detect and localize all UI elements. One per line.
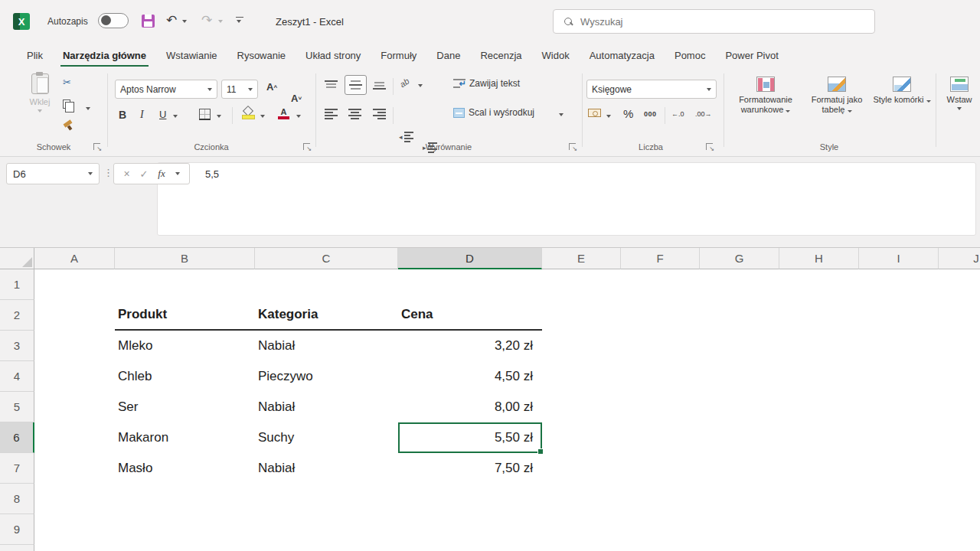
row-header-2[interactable]: 2 [0, 300, 34, 331]
save-icon[interactable] [142, 15, 155, 28]
merge-center-dropdown-icon[interactable] [559, 113, 564, 116]
column-header-G[interactable]: G [700, 248, 779, 269]
format-painter-button[interactable] [63, 121, 73, 131]
cut-button[interactable]: ✂ [63, 77, 71, 88]
paste-button[interactable]: Wklej [20, 73, 60, 112]
select-all-corner[interactable] [0, 248, 34, 269]
tab-automatyzacja[interactable]: Automatyzacja [580, 44, 665, 68]
column-header-A[interactable]: A [34, 248, 115, 269]
increase-indent-button[interactable]: ▸ [423, 142, 980, 153]
cell-D5[interactable]: 8,00 zł [398, 392, 542, 422]
tab-formuły[interactable]: Formuły [371, 44, 426, 68]
accounting-format-button[interactable] [588, 109, 601, 117]
column-header-F[interactable]: F [621, 248, 700, 269]
align-top-button[interactable] [325, 80, 338, 90]
formula-input[interactable]: 5,5 [157, 162, 976, 236]
tab-pomoc[interactable]: Pomoc [665, 44, 715, 68]
column-header-E[interactable]: E [542, 248, 621, 269]
row-header-3[interactable]: 3 [0, 331, 34, 361]
row-header-8[interactable]: 8 [0, 484, 34, 514]
row-header-10[interactable]: 10 [0, 545, 34, 551]
cell-D7[interactable]: 7,50 zł [398, 453, 542, 484]
align-right-button[interactable] [373, 109, 386, 119]
borders-dropdown-icon[interactable] [217, 115, 221, 118]
bold-button[interactable]: B [119, 109, 126, 121]
decrease-decimal-button[interactable]: .00→ [695, 110, 712, 118]
fill-color-button[interactable] [242, 107, 254, 119]
column-header-J[interactable]: J [939, 248, 980, 269]
cell-C2[interactable]: Kategoria [255, 300, 398, 331]
underline-button[interactable]: U [159, 109, 166, 120]
cell-C7[interactable]: Nabiał [255, 453, 398, 484]
insert-cells-button[interactable]: Wstaw [942, 77, 977, 110]
autosave-toggle[interactable] [98, 13, 129, 28]
orientation-button[interactable]: ab [400, 78, 409, 87]
copy-dropdown-icon[interactable] [86, 107, 90, 110]
number-format-select[interactable]: Księgowe [586, 80, 717, 99]
tab-rysowanie[interactable]: Rysowanie [227, 44, 296, 68]
font-color-button[interactable]: A [278, 107, 289, 119]
cell-D4[interactable]: 4,50 zł [398, 361, 542, 392]
clipboard-dialog-launcher[interactable] [93, 143, 100, 150]
decrease-indent-button[interactable]: ◂ [399, 132, 980, 142]
column-header-H[interactable]: H [779, 248, 859, 269]
font-color-dropdown-icon[interactable] [296, 115, 301, 118]
cell-B6[interactable]: Makaron [115, 422, 255, 453]
font-size-select[interactable]: 11 [221, 80, 258, 99]
row-header-7[interactable]: 7 [0, 453, 34, 484]
font-name-select[interactable]: Aptos Narrow [115, 80, 217, 99]
cell-B7[interactable]: Masło [115, 453, 255, 484]
accounting-dropdown-icon[interactable] [606, 115, 611, 118]
cell-C4[interactable]: Pieczywo [255, 361, 398, 392]
tab-dane[interactable]: Dane [426, 44, 470, 68]
tab-narzędzia-główne[interactable]: Narzędzia główne [53, 44, 156, 68]
cell-B5[interactable]: Ser [115, 392, 255, 422]
column-header-C[interactable]: C [255, 248, 398, 269]
row-header-5[interactable]: 5 [0, 392, 34, 422]
name-box-dropdown-icon[interactable] [88, 172, 93, 175]
cell-B2[interactable]: Produkt [115, 300, 255, 331]
cell-B3[interactable]: Mleko [115, 331, 255, 361]
tab-plik[interactable]: Plik [17, 44, 53, 68]
cell-C3[interactable]: Nabiał [255, 331, 398, 361]
borders-button[interactable] [199, 109, 211, 120]
format-as-table-button[interactable]: Formatuj jako tabelę [804, 77, 870, 115]
excel-logo-icon[interactable]: X [13, 13, 30, 30]
insert-function-icon[interactable]: fx [158, 168, 165, 180]
cell-D6[interactable]: 5,50 zł [398, 422, 542, 453]
increase-decimal-button[interactable]: ←.0 [671, 110, 684, 118]
cell-D2[interactable]: Cena [398, 300, 542, 331]
row-header-6[interactable]: 6 [0, 422, 34, 453]
cancel-entry-icon[interactable]: × [123, 168, 129, 180]
cell-B4[interactable]: Chleb [115, 361, 255, 392]
align-left-button[interactable] [325, 109, 338, 119]
tab-recenzja[interactable]: Recenzja [470, 44, 531, 68]
tab-widok[interactable]: Widok [532, 44, 580, 68]
align-center-button[interactable] [348, 109, 361, 119]
percent-style-button[interactable]: % [623, 107, 633, 120]
cell-C6[interactable]: Suchy [255, 422, 398, 453]
comma-style-button[interactable]: 000 [644, 110, 657, 118]
alignment-dialog-launcher[interactable] [569, 143, 576, 150]
name-box[interactable]: D6 [6, 163, 100, 184]
cell-styles-button[interactable]: Style komórki [873, 77, 931, 105]
cell-C5[interactable]: Nabiał [255, 392, 398, 422]
italic-button[interactable]: I [140, 109, 144, 121]
tab-power-pivot[interactable]: Power Pivot [715, 44, 788, 68]
wrap-text-button[interactable]: Zawijaj tekst [453, 78, 520, 89]
column-header-D[interactable]: D [398, 248, 542, 269]
column-header-I[interactable]: I [859, 248, 939, 269]
tab-wstawianie[interactable]: Wstawianie [156, 44, 227, 68]
align-middle-button[interactable] [345, 75, 367, 95]
merge-center-button[interactable]: Scal i wyśrodkuj [453, 107, 534, 118]
orientation-dropdown-icon[interactable] [418, 84, 423, 87]
row-header-1[interactable]: 1 [0, 269, 34, 300]
row-header-4[interactable]: 4 [0, 361, 34, 392]
cell-D3[interactable]: 3,20 zł [398, 331, 542, 361]
copy-button[interactable] [63, 99, 70, 109]
align-bottom-button[interactable] [373, 80, 386, 90]
formula-bar-resize-handle[interactable]: ⋮ [103, 167, 113, 178]
row-header-9[interactable]: 9 [0, 514, 34, 545]
search-input[interactable]: Wyszukaj [553, 9, 875, 34]
underline-dropdown-icon[interactable] [173, 115, 178, 118]
